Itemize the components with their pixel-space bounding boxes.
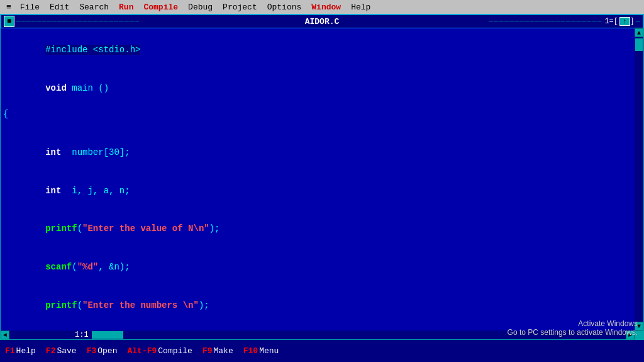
title-bar: ■ ──────────────────────── AIDOR.C ─────… [1, 14, 643, 28]
scroll-up-arrow[interactable]: ▲ [635, 28, 643, 37]
scroll-thumb-horizontal[interactable] [92, 331, 123, 339]
window-control-box[interactable]: ■ [4, 16, 14, 27]
code-content: #include <stdio.h> void main () { int nu… [3, 31, 632, 328]
editor-title: AIDOR.C [305, 17, 340, 26]
status-altf9[interactable]: Alt-F9 Compile [127, 346, 192, 356]
editor-window: ■ ──────────────────────── AIDOR.C ─────… [0, 14, 644, 340]
hamburger-icon[interactable]: ≡ [3, 1, 15, 13]
status-f10[interactable]: F10 Menu [243, 346, 279, 356]
scroll-right-arrow[interactable]: ► [626, 331, 635, 339]
status-f9[interactable]: F9 Make [203, 346, 233, 356]
scroll-thumb-vertical[interactable] [635, 38, 643, 51]
scroll-up-button[interactable]: ↑ [619, 17, 630, 26]
scroll-track-vertical[interactable] [635, 37, 643, 322]
menu-edit[interactable]: Edit [45, 1, 74, 13]
title-dashes-left: ──────────────────────── [16, 17, 140, 26]
cursor-position: 1:1 [75, 331, 89, 339]
menu-project[interactable]: Project [218, 1, 262, 13]
menu-compile[interactable]: Compile [138, 1, 183, 13]
code-editor[interactable]: #include <stdio.h> void main () { int nu… [1, 28, 635, 331]
menu-help[interactable]: Help [346, 1, 375, 13]
status-f1[interactable]: F1 Help [5, 346, 36, 356]
menu-options[interactable]: Options [262, 1, 307, 13]
menu-debug[interactable]: Debug [183, 1, 218, 13]
horizontal-scrollbar[interactable]: ◄ 1:1 ► [1, 331, 635, 339]
scroll-down-arrow[interactable]: ▼ [635, 322, 643, 331]
position-label: 1:1 [72, 331, 91, 339]
status-f3[interactable]: F3 Open [87, 346, 118, 356]
menu-bar: ≡ File Edit Search Run Compile Debug Pro… [0, 0, 644, 14]
status-f2[interactable]: F2 Save [46, 346, 77, 356]
menu-search[interactable]: Search [74, 1, 114, 13]
status-bar: F1 Help F2 Save F3 Open Alt-F9 Compile F… [0, 340, 644, 362]
vertical-scrollbar[interactable]: ▲ ▼ [635, 28, 643, 331]
menu-file[interactable]: File [15, 1, 45, 13]
menu-run[interactable]: Run [114, 1, 138, 13]
scroll-left-arrow[interactable]: ◄ [1, 331, 9, 339]
menu-window[interactable]: Window [306, 1, 346, 13]
scrollbar-corner [635, 331, 643, 339]
scroll-track-right[interactable] [91, 331, 626, 339]
scroll-track-left[interactable] [9, 331, 72, 339]
title-bar-right: ────────────────────── 1=[ ↑ ] ─ [489, 17, 643, 26]
